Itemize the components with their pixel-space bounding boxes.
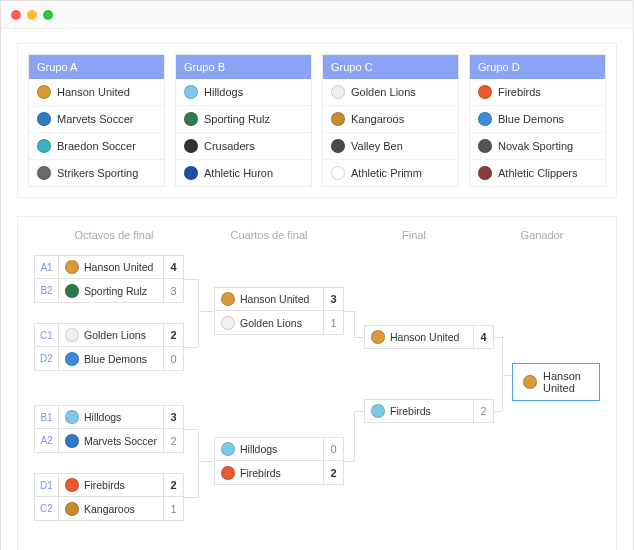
maximize-icon[interactable]	[43, 10, 53, 20]
team-badge-icon	[478, 166, 492, 180]
team-name: Golden Lions	[84, 329, 146, 341]
team-badge-icon	[65, 352, 79, 366]
score: 2	[163, 474, 183, 496]
winner-name: Hanson United	[543, 370, 589, 394]
team-name: Blue Demons	[84, 353, 147, 365]
team-badge-icon	[331, 85, 345, 99]
team-row[interactable]: Hilldogs	[176, 79, 311, 105]
winner-badge-icon	[523, 375, 537, 389]
team-badge-icon	[221, 466, 235, 480]
score: 2	[473, 400, 493, 422]
match-slot[interactable]: Golden Lions1	[214, 311, 344, 335]
bracket-connector	[354, 411, 355, 461]
match-slot[interactable]: A2Marvets Soccer2	[34, 429, 184, 453]
team-name: Hanson United	[84, 261, 153, 273]
team-name: Athletic Primm	[351, 167, 422, 179]
team-name: Marvets Soccer	[84, 435, 157, 447]
team-row[interactable]: Firebirds	[470, 79, 605, 105]
team-row[interactable]: Athletic Huron	[176, 159, 311, 186]
team-badge-icon	[478, 85, 492, 99]
team-row[interactable]: Sporting Rulz	[176, 105, 311, 132]
app-window: Grupo AHanson UnitedMarvets SoccerBraedo…	[0, 0, 634, 550]
team-badge-icon	[65, 328, 79, 342]
team-badge-icon	[65, 434, 79, 448]
team-name: Sporting Rulz	[204, 113, 270, 125]
team-badge-icon	[184, 112, 198, 126]
match: Hilldogs0Firebirds2	[214, 437, 344, 485]
team-row[interactable]: Athletic Primm	[323, 159, 458, 186]
match-slot[interactable]: Hanson United3	[214, 287, 344, 311]
team-badge-icon	[37, 112, 51, 126]
team-name: Braedon Soccer	[57, 140, 136, 152]
team-badge-icon	[184, 139, 198, 153]
minimize-icon[interactable]	[27, 10, 37, 20]
match-slot[interactable]: Firebirds2	[214, 461, 344, 485]
team-name: Athletic Clippers	[498, 167, 577, 179]
score: 2	[163, 429, 183, 452]
team-badge-icon	[221, 442, 235, 456]
match: Hanson United3Golden Lions1	[214, 287, 344, 335]
group-title: Grupo C	[323, 55, 458, 79]
team-row[interactable]: Blue Demons	[470, 105, 605, 132]
groups-panel: Grupo AHanson UnitedMarvets SoccerBraedo…	[17, 43, 617, 198]
team-row[interactable]: Novak Sporting	[470, 132, 605, 159]
match-slot[interactable]: D2Blue Demons0	[34, 347, 184, 371]
team-badge-icon	[478, 139, 492, 153]
match-slot[interactable]: A1Hanson United4	[34, 255, 184, 279]
team-badge-icon	[65, 502, 79, 516]
team-name: Hilldogs	[240, 443, 277, 455]
bracket-connector	[184, 429, 198, 430]
score: 0	[323, 438, 343, 460]
bracket-connector	[184, 279, 198, 280]
team-badge-icon	[37, 85, 51, 99]
team-row[interactable]: Strikers Sporting	[29, 159, 164, 186]
group-title: Grupo D	[470, 55, 605, 79]
winner-box[interactable]: Hanson United	[512, 363, 600, 401]
match: C1Golden Lions2D2Blue Demons0	[34, 323, 184, 371]
match-slot[interactable]: B1Hilldogs3	[34, 405, 184, 429]
team-name: Firebirds	[240, 467, 281, 479]
group-card: Grupo AHanson UnitedMarvets SoccerBraedo…	[28, 54, 165, 187]
bracket-panel: Octavos de final Cuartos de final Final …	[17, 216, 617, 550]
match-slot[interactable]: Hanson United4	[364, 325, 494, 349]
match-slot[interactable]: B2Sporting Rulz3	[34, 279, 184, 303]
score: 2	[323, 461, 343, 484]
match: D1Firebirds2C2Kangaroos1	[34, 473, 184, 521]
team-row[interactable]: Braedon Soccer	[29, 132, 164, 159]
bracket-connector	[198, 461, 214, 462]
match-slot[interactable]: Firebirds2	[364, 399, 494, 423]
team-row[interactable]: Valley Ben	[323, 132, 458, 159]
close-icon[interactable]	[11, 10, 21, 20]
team-badge-icon	[331, 166, 345, 180]
team-name: Athletic Huron	[204, 167, 273, 179]
team-badge-icon	[65, 410, 79, 424]
team-row[interactable]: Kangaroos	[323, 105, 458, 132]
score: 3	[323, 288, 343, 310]
team-row[interactable]: Golden Lions	[323, 79, 458, 105]
seed-label: C1	[35, 324, 59, 346]
team-row[interactable]: Athletic Clippers	[470, 159, 605, 186]
team-name: Blue Demons	[498, 113, 564, 125]
team-row[interactable]: Marvets Soccer	[29, 105, 164, 132]
team-badge-icon	[331, 112, 345, 126]
seed-label: D1	[35, 474, 59, 496]
team-name: Firebirds	[84, 479, 125, 491]
match-slot[interactable]: D1Firebirds2	[34, 473, 184, 497]
team-badge-icon	[184, 85, 198, 99]
match-slot[interactable]: Hilldogs0	[214, 437, 344, 461]
team-name: Marvets Soccer	[57, 113, 133, 125]
team-name: Firebirds	[390, 405, 431, 417]
match: Hanson United4	[364, 325, 494, 349]
team-name: Firebirds	[498, 86, 541, 98]
bracket-connector	[354, 337, 364, 338]
match-slot[interactable]: C2Kangaroos1	[34, 497, 184, 521]
team-name: Strikers Sporting	[57, 167, 138, 179]
round-label-winner: Ganador	[484, 229, 600, 241]
score: 2	[163, 324, 183, 346]
team-badge-icon	[184, 166, 198, 180]
team-row[interactable]: Crusaders	[176, 132, 311, 159]
team-row[interactable]: Hanson United	[29, 79, 164, 105]
match-slot[interactable]: C1Golden Lions2	[34, 323, 184, 347]
group-title: Grupo A	[29, 55, 164, 79]
team-badge-icon	[65, 260, 79, 274]
